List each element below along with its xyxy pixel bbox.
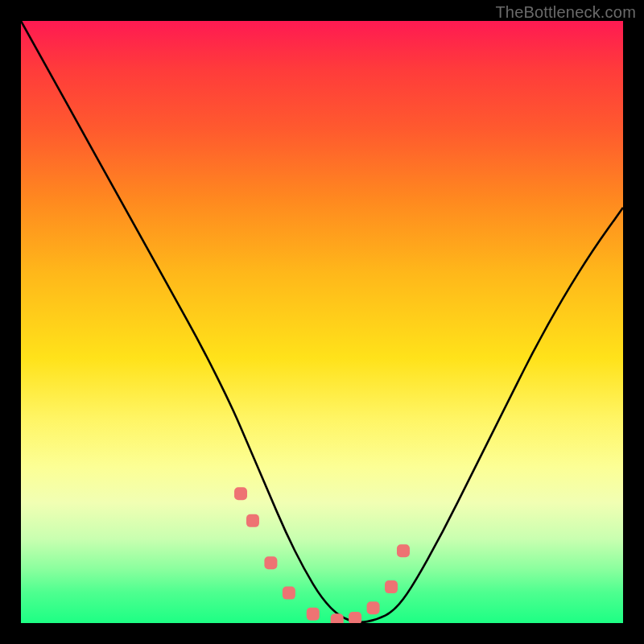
plot-gradient-background [21, 21, 623, 623]
watermark-text: TheBottleneck.com [495, 3, 636, 22]
chart-frame: TheBottleneck.com [0, 0, 644, 644]
